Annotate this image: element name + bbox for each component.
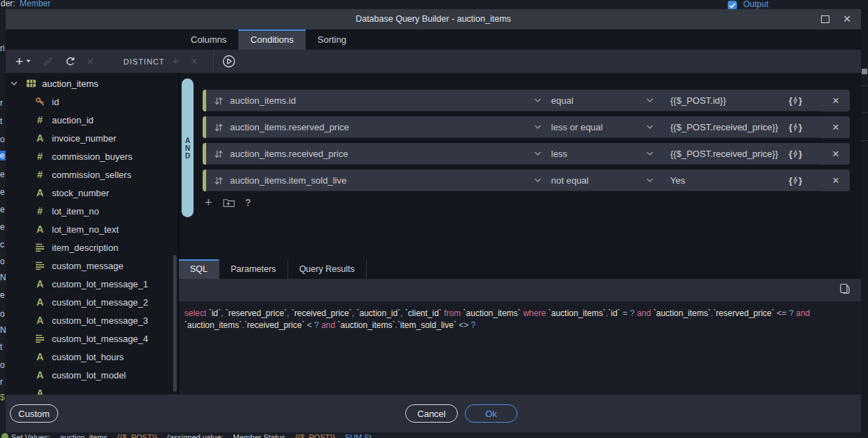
tree-field-custom_lot_message_3[interactable]: Acustom_lot_message_3 [6, 311, 178, 329]
tree-field-invoice_number[interactable]: Ainvoice_number [6, 129, 178, 147]
condition-group: AND auction_items.idequal{{$_POST.id}}{}… [182, 78, 850, 217]
chevron-down-icon [534, 98, 541, 103]
tree-field-commission_sellers[interactable]: #commission_sellers [6, 165, 178, 184]
memo-field-icon [34, 334, 46, 343]
remove-condition-button[interactable]: × [822, 170, 850, 191]
output-toggle[interactable]: Output [728, 1, 768, 9]
condition-operator-select[interactable]: equal [551, 90, 663, 111]
background-member-link: Member [20, 0, 50, 8]
distinct-label: DISTINCT [123, 57, 165, 66]
condition-field-label: auction_items.received_price [230, 149, 348, 159]
run-query-button[interactable] [222, 55, 236, 68]
chevron-down-icon [646, 125, 653, 130]
maximize-button[interactable] [818, 9, 833, 29]
condition-accent-bar [203, 90, 206, 111]
condition-field-select[interactable]: auction_items.id [206, 90, 551, 111]
condition-value-input[interactable]: Yes{} [663, 170, 822, 191]
condition-accent-bar [203, 143, 206, 165]
tree-field-item_description[interactable]: item_description [6, 238, 178, 256]
plus-icon: + [172, 57, 179, 67]
add-condition-button[interactable]: + [15, 57, 31, 67]
condition-value: {{$_POST.id}} [670, 95, 726, 106]
background-window-top: der: Member Output [0, 0, 868, 9]
tree-scrollbar[interactable] [173, 255, 177, 392]
tab-parameters[interactable]: Parameters [219, 259, 288, 279]
condition-field-select[interactable]: auction_items.item_sold_live [206, 170, 551, 191]
tab-sql[interactable]: SQL [179, 259, 219, 279]
tree-field-label: lot_item_no_text [52, 224, 118, 235]
expression-bolt-icon[interactable]: {} [789, 122, 802, 132]
background-log-fragment: Member Status [233, 433, 285, 438]
tree-field-custom_lot_hours[interactable]: Acustom_lot_hours [6, 348, 178, 366]
sort-updown-icon [215, 123, 223, 132]
screen: der: Member Output rirtoeeeeecoNeoNtor$ … [0, 0, 868, 438]
tree-field-lot_item_no_text[interactable]: Alot_item_no_text [6, 220, 178, 238]
text-field-icon: A [34, 315, 46, 326]
expression-bolt-icon[interactable]: {} [789, 149, 802, 159]
background-log-fragment: Set Values: [11, 433, 50, 438]
copy-sql-button[interactable] [836, 282, 854, 299]
close-button[interactable]: × [839, 9, 855, 29]
condition-operator-select[interactable]: less or equal [551, 116, 663, 138]
background-window-bottom: Set Values:auction_items{{$_POST}}(assig… [0, 432, 868, 438]
memo-field-icon [34, 243, 46, 252]
condition-value-input[interactable]: {{$_POST.id}}{} [663, 90, 822, 111]
tree-field-stock_number[interactable]: Astock_number [6, 184, 178, 202]
tree-field-custom_lot_message_2[interactable]: Acustom_lot_message_2 [6, 293, 178, 311]
checkbox-checked-icon[interactable] [728, 1, 737, 9]
tree-field-lot_item_no[interactable]: #lot_item_no [6, 202, 178, 220]
tree-field-custom_lot_message_4[interactable]: custom_lot_message_4 [6, 329, 178, 348]
chevron-down-icon[interactable] [8, 81, 20, 86]
add-condition-icon[interactable]: + [205, 198, 212, 207]
tree-field-clipped[interactable]: A [6, 384, 178, 395]
text-field-icon: A [34, 187, 46, 198]
remove-condition-button[interactable]: × [822, 90, 850, 111]
sql-toolbar [179, 279, 861, 301]
expression-bolt-icon[interactable]: {} [789, 95, 802, 106]
dropdown-caret-icon [26, 60, 31, 63]
conditions-canvas: AND auction_items.idequal{{$_POST.id}}{}… [179, 73, 861, 395]
remove-condition-button[interactable]: × [822, 143, 850, 165]
tree-field-commission_buyers[interactable]: #commission_buyers [6, 147, 178, 165]
ok-button[interactable]: Ok [465, 404, 517, 423]
table-name: auction_items [42, 78, 98, 89]
delete-button: × [87, 57, 94, 67]
text-field-icon: A [34, 278, 46, 289]
refresh-button[interactable] [65, 56, 76, 67]
condition-operator-label: less or equal [551, 122, 603, 132]
tab-conditions[interactable]: Conditions [238, 29, 305, 50]
condition-operator-select[interactable]: not equal [551, 170, 663, 191]
tree-field-id[interactable]: id [6, 93, 178, 111]
tab-columns[interactable]: Columns [179, 29, 238, 50]
condition-field-select[interactable]: auction_items.received_price [206, 143, 551, 165]
condition-value: Yes [670, 175, 685, 186]
sql-preview: select `id`, `reserved_price`, `received… [179, 301, 861, 395]
group-operator-badge[interactable]: AND [182, 78, 194, 217]
background-text-fragment: t [0, 116, 2, 126]
text-field-icon: A [34, 224, 46, 235]
condition-value-input[interactable]: {{$_POST.received_price}}{} [663, 116, 822, 138]
database-query-builder-dialog: Database Query Builder - auction_items ×… [6, 9, 861, 432]
tree-field-auction_id[interactable]: #auction_id [6, 111, 178, 129]
tab-query-results[interactable]: Query Results [288, 259, 367, 279]
condition-row: auction_items.item_sold_livenot equalYes… [203, 170, 850, 191]
expression-bolt-icon[interactable]: {} [789, 175, 802, 186]
tree-field-label: custom_lot_hours [52, 352, 124, 362]
tree-field-custom_lot_model[interactable]: Acustom_lot_model [6, 366, 178, 384]
dialog-title: Database Query Builder - auction_items [6, 9, 861, 29]
help-icon[interactable]: ? [245, 197, 252, 208]
condition-value-input[interactable]: {{$_POST.received_price}}{} [663, 143, 822, 165]
tab-sorting[interactable]: Sorting [306, 29, 358, 50]
remove-condition-button[interactable]: × [822, 116, 850, 138]
condition-field-select[interactable]: auction_items.reserved_price [206, 116, 551, 138]
condition-operator-select[interactable]: less [551, 143, 663, 165]
tree-field-custom_lot_message_1[interactable]: Acustom_lot_message_1 [6, 275, 178, 293]
add-group-folder-icon[interactable] [223, 198, 235, 207]
cancel-button[interactable]: Cancel [405, 404, 458, 423]
tree-field-custom_message[interactable]: custom_message [6, 256, 178, 275]
tree-table-auction_items[interactable]: auction_items [6, 74, 178, 93]
chevron-down-icon [646, 151, 653, 156]
table-icon [25, 78, 36, 88]
sql-text: select `id`, `reserved_price`, `received… [184, 308, 853, 331]
custom-button[interactable]: Custom [10, 404, 58, 423]
